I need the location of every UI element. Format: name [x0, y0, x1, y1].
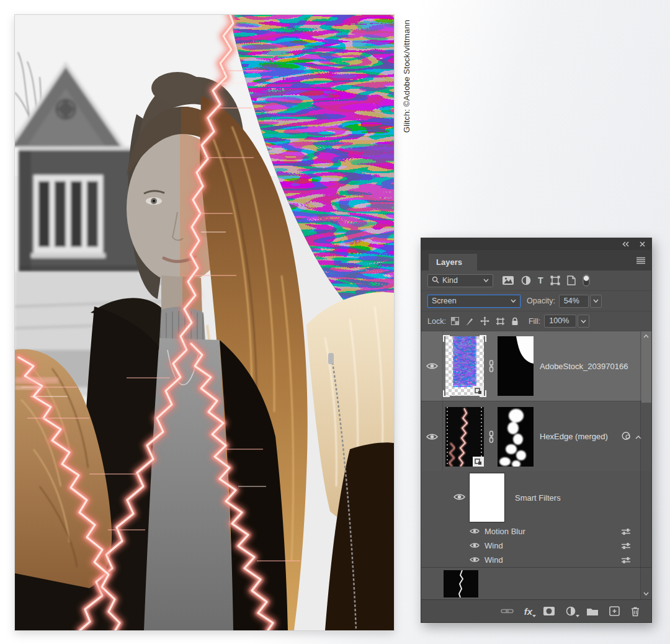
- close-panel-icon[interactable]: [640, 240, 645, 249]
- filter-kind-select[interactable]: Kind: [427, 274, 493, 287]
- filter-mask-thumbnail[interactable]: [469, 473, 505, 522]
- new-adjustment-layer-icon[interactable]: [566, 606, 576, 616]
- mask-link-icon[interactable]: [486, 360, 496, 372]
- collapse-panel-icon[interactable]: [622, 240, 630, 249]
- scrollbar[interactable]: [640, 331, 651, 599]
- scroll-up-icon[interactable]: [643, 334, 649, 338]
- lock-row: Lock: Fill: 100%: [421, 311, 651, 331]
- layer-name[interactable]: HexEdge (merged): [540, 432, 608, 441]
- smart-filter-badge-icon[interactable]: [621, 431, 632, 442]
- filter-blending-options-icon[interactable]: [621, 528, 631, 535]
- panel-bottom-toolbar: fx: [421, 599, 651, 622]
- tab-layers[interactable]: Layers: [429, 254, 477, 271]
- visibility-eye-icon[interactable]: [421, 401, 443, 472]
- filter-adjustment-layers-icon[interactable]: [521, 275, 531, 285]
- blend-row: Screen Opacity: 54%: [421, 291, 651, 311]
- chevron-down-icon: [511, 299, 516, 303]
- smart-filter-name[interactable]: Wind: [485, 555, 503, 565]
- smart-filters-row[interactable]: Smart Filters: [421, 471, 651, 524]
- layer-row-adobestock[interactable]: AdobeStock_203970166: [421, 331, 651, 401]
- glitch-artwork: [14, 14, 395, 631]
- layer-thumbnail[interactable]: [443, 335, 486, 397]
- filter-type-layers-icon[interactable]: T: [538, 275, 543, 285]
- layer-mask-thumbnail[interactable]: [498, 336, 534, 396]
- filter-kind-label: Kind: [442, 276, 458, 285]
- layer-thumbnail[interactable]: [444, 570, 478, 599]
- smart-filter-item-motion-blur[interactable]: Motion Blur: [421, 524, 651, 539]
- filter-blending-options-icon[interactable]: [621, 557, 631, 564]
- dropdown-arrow-icon: [576, 615, 579, 617]
- filter-row: Kind T: [421, 271, 651, 291]
- blend-mode-value: Screen: [432, 297, 457, 305]
- scrollbar-thumb[interactable]: [641, 331, 651, 403]
- fill-label: Fill:: [529, 317, 540, 326]
- layers-panel: Layers Kind T Screen Opacity: 54% Lock:: [421, 238, 652, 623]
- filter-blending-options-icon[interactable]: [621, 542, 631, 550]
- panel-menu-icon[interactable]: [636, 257, 646, 266]
- smart-filters-label: Smart Filters: [515, 493, 561, 503]
- panel-titlebar: [421, 238, 651, 250]
- link-layers-icon[interactable]: [501, 608, 514, 614]
- panel-tabbar: Layers: [421, 250, 651, 271]
- smart-filter-name[interactable]: Wind: [485, 541, 503, 550]
- fill-value[interactable]: 100%: [544, 315, 576, 328]
- lock-transparent-pixels-icon[interactable]: [451, 317, 459, 325]
- smart-filter-item-wind-1[interactable]: Wind: [421, 539, 651, 553]
- filter-toggle-icon[interactable]: [583, 274, 590, 287]
- selection-corner: [480, 335, 486, 342]
- layer-thumbnail[interactable]: [443, 406, 486, 468]
- search-icon: [432, 276, 439, 285]
- visibility-eye-icon[interactable]: [470, 542, 480, 550]
- selection-corner: [443, 335, 450, 342]
- add-layer-mask-icon[interactable]: [543, 606, 555, 616]
- layer-name[interactable]: AdobeStock_203970166: [540, 362, 628, 371]
- lock-position-icon[interactable]: [480, 316, 489, 326]
- chevron-down-icon: [483, 279, 489, 282]
- lock-image-pixels-icon[interactable]: [465, 317, 474, 326]
- filter-smart-objects-icon[interactable]: [567, 275, 576, 285]
- filter-pixel-layers-icon[interactable]: [502, 275, 514, 285]
- dropdown-arrow-icon: [532, 615, 536, 617]
- smart-filter-name[interactable]: Motion Blur: [485, 527, 525, 536]
- visibility-eye-icon[interactable]: [470, 527, 480, 536]
- visibility-eye-icon[interactable]: [421, 331, 443, 401]
- selection-corner: [443, 390, 450, 397]
- layers-list: AdobeStock_203970166 HexEdge (merged) Sm…: [421, 331, 651, 599]
- fill-dropdown-button[interactable]: [578, 315, 589, 328]
- layer-row-hexedge[interactable]: HexEdge (merged): [421, 401, 651, 472]
- delete-layer-trash-icon[interactable]: [630, 606, 640, 617]
- new-group-folder-icon[interactable]: [586, 607, 599, 616]
- new-layer-icon[interactable]: [609, 606, 620, 616]
- lock-label: Lock:: [427, 317, 446, 326]
- blend-mode-select[interactable]: Screen: [427, 295, 520, 308]
- visibility-eye-icon[interactable]: [470, 556, 480, 565]
- opacity-dropdown-button[interactable]: [590, 295, 602, 308]
- layer-row-partial[interactable]: [421, 567, 651, 599]
- lock-artboard-icon[interactable]: [496, 317, 505, 326]
- filter-shape-layers-icon[interactable]: [550, 275, 560, 285]
- selection-corner: [480, 390, 486, 397]
- layer-style-fx-icon[interactable]: fx: [524, 607, 532, 616]
- image-credit: Glitch: ©Adobe Stock/vittmann: [402, 20, 411, 133]
- lock-all-icon[interactable]: [511, 317, 519, 326]
- opacity-value[interactable]: 54%: [559, 295, 589, 308]
- mask-link-icon[interactable]: [486, 431, 496, 443]
- scroll-down-icon[interactable]: [643, 592, 649, 596]
- visibility-eye-icon[interactable]: [453, 493, 465, 503]
- smart-filter-item-wind-2[interactable]: Wind: [421, 553, 651, 567]
- opacity-label: Opacity:: [527, 297, 555, 305]
- layer-mask-thumbnail[interactable]: [498, 407, 534, 467]
